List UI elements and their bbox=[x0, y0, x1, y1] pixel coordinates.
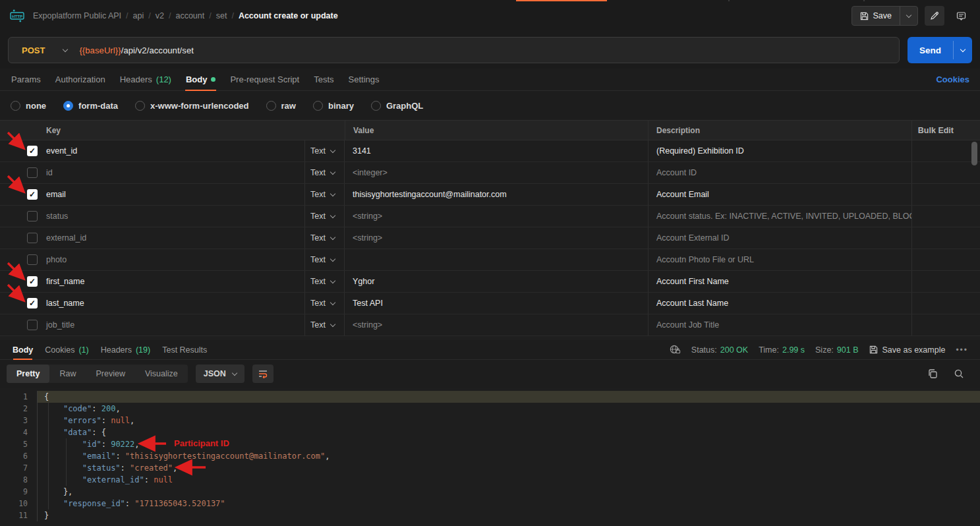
checkbox-checked[interactable]: ✓ bbox=[27, 189, 38, 200]
checkbox-unchecked[interactable] bbox=[27, 233, 38, 243]
key-cell[interactable]: event_id bbox=[41, 140, 304, 161]
checkbox-unchecked[interactable] bbox=[27, 211, 38, 221]
indent-guide bbox=[48, 415, 49, 426]
tab-tests[interactable]: Tests bbox=[306, 69, 341, 90]
key-cell[interactable]: first_name bbox=[41, 271, 304, 292]
view-visualize[interactable]: Visualize bbox=[135, 365, 188, 383]
breadcrumb-segment[interactable]: Expoplatform Public API bbox=[33, 11, 121, 20]
type-select[interactable]: Text bbox=[310, 255, 335, 264]
description-cell[interactable]: Account Email bbox=[648, 184, 911, 205]
response-tab-headers[interactable]: Headers(19) bbox=[95, 340, 156, 359]
response-more-options-icon[interactable]: ••• bbox=[956, 345, 968, 355]
description-cell[interactable]: Account External ID bbox=[648, 227, 911, 248]
value-cell[interactable]: 3141 bbox=[345, 140, 648, 161]
breadcrumb-segment[interactable]: account bbox=[175, 11, 204, 20]
chevron-down-icon bbox=[63, 46, 68, 51]
description-cell[interactable]: Account status. Ex: INACTIVE, ACTIVE, IN… bbox=[648, 206, 911, 227]
save-as-example-button[interactable]: Save as example bbox=[869, 345, 946, 355]
method-selector[interactable]: POST bbox=[9, 38, 79, 63]
copy-button[interactable] bbox=[927, 368, 938, 379]
type-select[interactable]: Text bbox=[310, 299, 335, 308]
network-info-icon[interactable] bbox=[670, 345, 681, 355]
body-mode-form-data[interactable]: form-data bbox=[63, 101, 118, 111]
token-num: 200 bbox=[101, 404, 116, 413]
value-cell[interactable]: <string> bbox=[345, 227, 648, 248]
edit-button[interactable] bbox=[925, 6, 944, 26]
value-cell[interactable]: <integer> bbox=[345, 162, 648, 183]
chevron-down-icon bbox=[330, 321, 335, 326]
type-select[interactable]: Text bbox=[310, 277, 335, 286]
tab-pre-request-script[interactable]: Pre-request Script bbox=[223, 69, 306, 90]
checkbox-unchecked[interactable] bbox=[27, 254, 38, 265]
value-cell[interactable]: <string> bbox=[345, 206, 648, 227]
view-pretty[interactable]: Pretty bbox=[7, 365, 49, 383]
search-button[interactable] bbox=[954, 368, 964, 379]
type-select[interactable]: Text bbox=[310, 190, 335, 199]
description-cell[interactable]: (Required) Exhibition ID bbox=[648, 140, 911, 161]
description-cell[interactable]: Accoutn Photo File or URL bbox=[648, 249, 911, 270]
breadcrumb-segment[interactable]: v2 bbox=[156, 11, 164, 20]
value-cell[interactable] bbox=[345, 249, 648, 270]
save-button[interactable]: Save bbox=[852, 7, 900, 25]
tab-settings[interactable]: Settings bbox=[341, 69, 387, 90]
type-select[interactable]: Text bbox=[310, 168, 335, 177]
checkbox-checked[interactable]: ✓ bbox=[27, 146, 38, 156]
tab-params[interactable]: Params bbox=[4, 69, 48, 90]
svg-text:HTTP: HTTP bbox=[12, 14, 22, 18]
send-options-button[interactable] bbox=[954, 37, 972, 63]
wrap-text-button[interactable] bbox=[252, 365, 274, 383]
checkbox-unchecked[interactable] bbox=[27, 167, 38, 178]
body-mode-none[interactable]: none bbox=[11, 101, 46, 111]
view-raw[interactable]: Raw bbox=[49, 365, 86, 383]
key-cell[interactable]: email bbox=[41, 184, 304, 205]
checkbox-checked[interactable]: ✓ bbox=[27, 298, 38, 308]
key-cell[interactable]: photo bbox=[41, 249, 304, 270]
type-select[interactable]: Text bbox=[310, 320, 335, 330]
body-mode-binary[interactable]: binary bbox=[313, 101, 354, 111]
type-select[interactable]: Text bbox=[310, 233, 335, 243]
response-tab-body[interactable]: Body bbox=[7, 340, 39, 359]
tab-body[interactable]: Body bbox=[179, 69, 223, 90]
description-cell[interactable]: Account Last Name bbox=[648, 293, 911, 314]
response-status[interactable]: Status:200 OK bbox=[691, 345, 748, 355]
table-scrollbar-thumb[interactable] bbox=[971, 142, 977, 165]
key-cell[interactable]: job_title bbox=[41, 314, 304, 336]
description-cell[interactable]: Account First Name bbox=[648, 271, 911, 292]
value-cell[interactable]: thisisyghortestingaccount@mailinator.com bbox=[345, 184, 648, 205]
value-cell[interactable]: <string> bbox=[345, 314, 648, 336]
body-mode-x-www-form-urlencoded[interactable]: x-www-form-urlencoded bbox=[135, 101, 249, 111]
description-cell[interactable]: Account Job Title bbox=[648, 314, 911, 336]
key-cell[interactable]: id bbox=[41, 162, 304, 183]
response-tab-test-results[interactable]: Test Results bbox=[156, 340, 213, 359]
checkbox-unchecked[interactable] bbox=[27, 320, 38, 330]
response-time[interactable]: Time:2.99 s bbox=[759, 345, 805, 355]
type-select[interactable]: Text bbox=[310, 146, 335, 156]
lead-spacer bbox=[0, 162, 22, 183]
key-cell[interactable]: last_name bbox=[41, 293, 304, 314]
cookies-link[interactable]: Cookies bbox=[936, 74, 969, 84]
value-cell[interactable]: Test API bbox=[345, 293, 648, 314]
description-cell[interactable]: Account ID bbox=[648, 162, 911, 183]
view-preview[interactable]: Preview bbox=[86, 365, 134, 383]
key-cell[interactable]: status bbox=[41, 206, 304, 227]
save-options-button[interactable] bbox=[900, 7, 917, 25]
value-cell[interactable]: Yghor bbox=[345, 271, 648, 292]
checkbox-checked[interactable]: ✓ bbox=[27, 276, 38, 287]
bulk-edit-button[interactable]: Bulk Edit bbox=[918, 126, 954, 135]
breadcrumb-segment[interactable]: set bbox=[216, 11, 227, 20]
tab-authorization[interactable]: Authorization bbox=[48, 69, 113, 90]
comments-button[interactable] bbox=[951, 6, 971, 26]
response-tab-cookies[interactable]: Cookies(1) bbox=[39, 340, 94, 359]
key-cell[interactable]: external_id bbox=[41, 227, 304, 248]
breadcrumb-segment[interactable]: api bbox=[133, 11, 144, 20]
response-size[interactable]: Size:901 B bbox=[815, 345, 858, 355]
body-mode-graphql[interactable]: GraphQL bbox=[371, 101, 423, 111]
tab-headers[interactable]: Headers(12) bbox=[113, 69, 179, 90]
send-label: Send bbox=[919, 45, 941, 55]
url-input[interactable]: {{baseUrl}}/api/v2/account/set bbox=[79, 45, 194, 55]
radio-icon bbox=[135, 101, 145, 111]
type-select[interactable]: Text bbox=[310, 212, 335, 221]
format-selector[interactable]: JSON bbox=[196, 365, 245, 383]
send-button[interactable]: Send bbox=[908, 37, 953, 63]
body-mode-raw[interactable]: raw bbox=[266, 101, 296, 111]
